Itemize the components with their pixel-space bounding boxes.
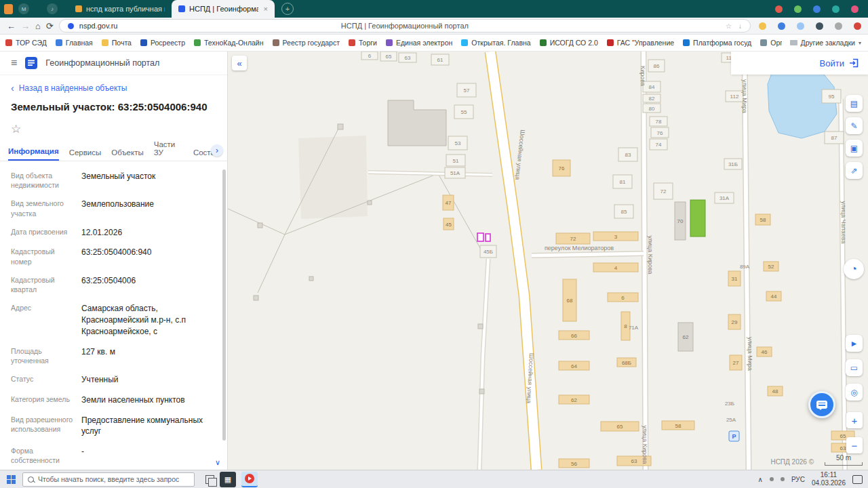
bookmark-item[interactable]: ИСОГД СО 2.0 — [540, 39, 598, 47]
bookmark-item[interactable]: Единая электрон — [386, 39, 452, 47]
browser-tab[interactable]: НСПД | Геоинформац× — [172, 0, 275, 18]
start-button[interactable] — [7, 475, 11, 479]
pinned-tab-icon-2[interactable]: ♪ — [47, 3, 58, 14]
chat-support-button[interactable] — [808, 391, 835, 418]
building-gray[interactable] — [258, 223, 262, 228]
tab-close-icon[interactable]: × — [264, 5, 268, 13]
extension-icon[interactable] — [778, 22, 785, 30]
bookmark-item[interactable]: Реестр государст — [273, 39, 340, 47]
extension-icon[interactable] — [813, 5, 821, 13]
bookmark-label: Платформа госуд — [693, 39, 751, 47]
extension-icon[interactable] — [775, 5, 783, 13]
download-icon[interactable]: ↓ — [738, 22, 742, 30]
road-pereulok-melioratorov[interactable] — [532, 253, 644, 256]
zoom-in-button[interactable]: + — [846, 412, 863, 428]
pinned-tab-icon-1[interactable]: M — [18, 3, 29, 14]
collapse-panel-button[interactable]: « — [232, 56, 247, 70]
building-gray[interactable] — [254, 296, 258, 300]
green-parcel[interactable] — [690, 200, 705, 237]
new-tab-button[interactable]: + — [281, 3, 294, 15]
other-bookmarks-button[interactable]: Другие закладки ▾ — [790, 39, 861, 47]
bookmark-item[interactable]: ТОР СЭД — [5, 39, 47, 47]
panel-tab-0[interactable]: Информация — [8, 147, 59, 161]
tray-expand-icon[interactable]: ∧ — [758, 476, 763, 483]
extension-icon[interactable] — [797, 22, 804, 30]
bookmark-item[interactable]: Платформа госуд — [683, 39, 751, 47]
clock-time: 16:11 — [812, 471, 846, 479]
task-view-button[interactable] — [205, 475, 214, 484]
language-indicator[interactable]: РУС — [791, 476, 805, 483]
selected-parcel[interactable] — [486, 234, 490, 241]
selected-parcel[interactable] — [477, 233, 484, 241]
road-ulitsa-kirova[interactable] — [644, 52, 646, 470]
building-gray[interactable] — [479, 389, 484, 394]
road-shosseynaya-ulitsa[interactable] — [490, 52, 536, 470]
browser-tab[interactable]: нспд карта публичная ка — [68, 0, 172, 18]
browser-extensions-row — [775, 5, 864, 13]
extension-icon[interactable] — [854, 22, 861, 30]
bookmark-item[interactable]: ТехноКад-Онлайн — [194, 39, 264, 47]
login-button[interactable]: Войти — [820, 58, 844, 68]
taskbar-browser-icon[interactable] — [241, 472, 258, 487]
bookmark-item[interactable]: Главная — [56, 39, 93, 47]
bookmark-favicon — [607, 39, 614, 46]
map-tool-frame-icon[interactable]: ▭ — [846, 359, 863, 376]
extension-icon[interactable] — [816, 22, 823, 30]
refresh-icon[interactable]: ⟳ — [46, 21, 54, 31]
forward-icon[interactable]: → — [21, 21, 30, 31]
tray-icon[interactable] — [781, 477, 785, 481]
building-gray[interactable] — [388, 100, 446, 146]
panel-tab-3[interactable]: Части ЗУ — [154, 140, 183, 161]
building-number: 63 — [631, 458, 637, 464]
scroll-more-icon[interactable]: ∨ — [215, 458, 220, 467]
map-tool-identify-icon[interactable]: ▣ — [846, 140, 863, 157]
panel-scrollbar[interactable] — [222, 169, 226, 441]
map-canvas[interactable]: 66563615755535151А45Б7286848280787674838… — [228, 52, 868, 470]
bookmark-star-icon[interactable]: ☆ — [726, 22, 732, 30]
panel-tab-2[interactable]: Объекты — [111, 148, 143, 161]
parcel-number: 55 — [461, 109, 467, 115]
taskbar-app-icon[interactable]: ▦ — [220, 472, 236, 487]
bookmark-favicon — [194, 39, 201, 46]
taskbar-clock[interactable]: 16:11 04.03.2026 — [812, 471, 846, 487]
road-ulitsa-chapaeva[interactable] — [841, 99, 845, 470]
extension-icon[interactable] — [759, 22, 766, 30]
building-gray[interactable] — [309, 277, 313, 281]
tray-icon[interactable] — [770, 477, 774, 481]
back-icon[interactable]: ← — [7, 21, 16, 31]
search-placeholder: Чтобы начать поиск, введите здесь запрос — [38, 475, 179, 483]
extension-icon[interactable] — [794, 5, 802, 13]
notification-center-icon[interactable] — [852, 475, 863, 484]
map-tool-panorama-360-icon[interactable]: ◔ — [844, 259, 864, 279]
map-tool-measure-icon[interactable]: ✎ — [846, 117, 863, 134]
building-gray[interactable] — [368, 201, 372, 205]
extension-icon[interactable] — [851, 5, 859, 13]
back-to-results-link[interactable]: ‹ Назад в найденные объекты — [11, 83, 216, 93]
hamburger-menu-icon[interactable]: ≡ — [11, 57, 17, 69]
map-tool-share-icon[interactable]: ⇗ — [846, 162, 863, 179]
bookmark-item[interactable]: Росреестр — [140, 39, 185, 47]
map-tool-layers-icon[interactable]: ▤ — [846, 95, 863, 112]
bookmark-item[interactable]: Торги — [349, 39, 377, 47]
bookmark-item[interactable]: ГАС "Управление — [607, 39, 674, 47]
field-label: Кадастровый квартал — [11, 275, 81, 294]
favorite-star-icon[interactable]: ☆ — [11, 122, 216, 136]
tabs-overflow-button[interactable]: › — [211, 144, 223, 157]
map-tool-target-icon[interactable]: ◎ — [846, 384, 863, 401]
panel-tab-1[interactable]: Сервисы — [69, 148, 102, 161]
extension-icon[interactable] — [832, 5, 840, 13]
extension-icon[interactable] — [835, 22, 842, 30]
building-gray[interactable] — [338, 124, 343, 129]
bookmark-item[interactable]: Почта — [102, 39, 132, 47]
taskbar-search[interactable]: Чтобы начать поиск, введите здесь запрос — [22, 472, 195, 487]
cadastral-map[interactable]: 66563615755535151А45Б7286848280787674838… — [228, 52, 868, 470]
address-bar[interactable]: nspd.gov.ru НСПД | Геоинформационный пор… — [59, 19, 751, 33]
building-gray[interactable] — [478, 324, 483, 329]
home-icon[interactable]: ⌂ — [35, 21, 41, 31]
building-number: 62 — [683, 334, 689, 340]
field-value: Земельный участок — [81, 171, 155, 190]
browser-app-icon[interactable] — [4, 4, 13, 14]
zoom-out-button[interactable]: − — [846, 437, 863, 453]
bookmark-item[interactable]: Открытая. Главна — [461, 39, 530, 47]
map-tool-pointer-icon[interactable]: ► — [846, 335, 863, 352]
